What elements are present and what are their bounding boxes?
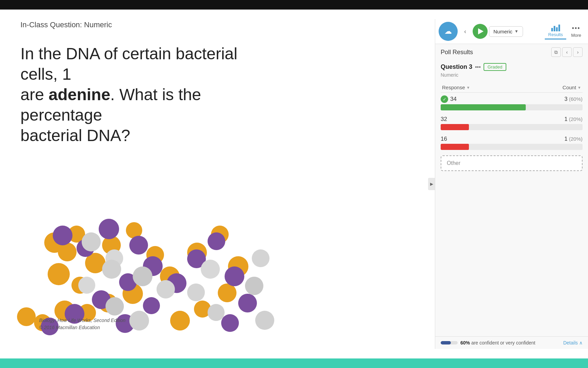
- question-type-dropdown[interactable]: Numeric ▼: [489, 26, 523, 37]
- cloud-button[interactable]: ☁: [439, 22, 458, 41]
- results-label: Results: [548, 32, 563, 37]
- other-label: Other: [447, 160, 460, 166]
- bar-fill-16: [441, 144, 469, 150]
- prev-slide-button[interactable]: ‹: [459, 25, 471, 37]
- confidence-bar-track: [441, 341, 458, 344]
- response-row-32: 32 1 (20%): [441, 116, 583, 130]
- confidence-suffix: are confident or very confident: [471, 340, 535, 346]
- correct-check-icon: ✓: [441, 95, 448, 103]
- panel-toolbar: ☁ ‹ Numeric ▼ Results: [435, 19, 588, 44]
- response-value-16: 16: [441, 136, 447, 142]
- citation-line1: Biology: How Life Works, Second Edition: [39, 317, 126, 324]
- response-value-34: 34: [450, 96, 457, 103]
- poll-title-row: Poll Results ⧉ ‹ ›: [435, 44, 588, 59]
- details-button[interactable]: Details ∧: [563, 340, 583, 346]
- count-column-header: Count ▼: [562, 85, 581, 90]
- more-dots-icon: •••: [572, 25, 581, 32]
- response-row-34: ✓ 34 3 (60%): [441, 95, 583, 110]
- count-sort-icon: ▼: [577, 86, 581, 90]
- graded-badge: Graded: [484, 63, 506, 71]
- response-sort-icon: ▼: [467, 86, 470, 90]
- other-box: Other: [441, 155, 583, 171]
- bottom-bar: [0, 358, 588, 368]
- bar-fill-34: [441, 104, 526, 110]
- question-line1: In the DNA of certain bacterial cells, 1: [20, 45, 238, 83]
- details-label: Details: [563, 340, 578, 346]
- cloud-icon: ☁: [444, 27, 452, 36]
- copy-icon: ⧉: [554, 49, 558, 55]
- question-header: Question 3 ••• Graded: [441, 63, 583, 71]
- slide-area: In-Class Question: Numeric In the DNA of…: [0, 10, 588, 358]
- panel-chevron-right-icon: ›: [577, 49, 579, 55]
- question-line3: bacterial DNA?: [20, 126, 130, 144]
- top-bar: [0, 0, 588, 10]
- panel-collapse-arrow[interactable]: ▶: [428, 178, 435, 190]
- more-button[interactable]: ••• More: [568, 24, 585, 39]
- panel-content: Question 3 ••• Graded Numeric Response ▼…: [435, 59, 588, 336]
- dropdown-label: Numeric: [493, 29, 512, 34]
- bar-fill-32: [441, 124, 469, 130]
- confidence-pct: 60%: [460, 340, 470, 346]
- response-column-header: Response ▼: [442, 85, 470, 90]
- count-16: 1: [565, 136, 569, 142]
- panel-nav-buttons: ⧉ ‹ ›: [551, 47, 583, 57]
- confidence-bar-fill: [441, 341, 451, 344]
- bar-chart-icon: [551, 25, 560, 31]
- play-button[interactable]: [473, 24, 488, 39]
- bar-track-32: [441, 124, 583, 130]
- count-34: 3: [565, 96, 569, 102]
- play-icon: [478, 28, 484, 34]
- chevron-down-icon: ▼: [514, 29, 519, 34]
- pct-16: (20%): [569, 136, 583, 142]
- chevron-up-icon: ∧: [579, 340, 583, 346]
- response-row-16: 16 1 (20%): [441, 136, 583, 150]
- question-line2: are adenine. What is the percentage: [20, 86, 201, 124]
- chevron-left-icon: ‹: [464, 28, 466, 35]
- slide-title: In-Class Question: Numeric: [20, 20, 112, 29]
- results-button[interactable]: Results: [545, 23, 566, 40]
- bar-track-16: [441, 144, 583, 150]
- poll-panel: ☁ ‹ Numeric ▼ Results: [435, 19, 588, 349]
- ellipsis-icon: •••: [475, 64, 481, 70]
- confidence-text: 60% are confident or very confident: [460, 340, 535, 346]
- question-menu-button[interactable]: •••: [475, 64, 481, 70]
- count-32: 1: [565, 116, 569, 122]
- confidence-row: 60% are confident or very confident Deta…: [435, 336, 588, 349]
- citation: Biology: How Life Works, Second Edition …: [39, 317, 126, 331]
- slide-question: In the DNA of certain bacterial cells, 1…: [20, 44, 276, 146]
- panel-chevron-left-icon: ‹: [566, 49, 568, 55]
- results-table-header: Response ▼ Count ▼: [441, 82, 583, 93]
- copy-button[interactable]: ⧉: [551, 47, 561, 57]
- panel-prev-button[interactable]: ‹: [562, 47, 572, 57]
- panel-next-button[interactable]: ›: [573, 47, 583, 57]
- question-number: Question 3: [441, 63, 472, 71]
- more-label: More: [571, 33, 581, 38]
- poll-results-title: Poll Results: [441, 49, 473, 56]
- bar-track-34: [441, 104, 583, 110]
- question-type: Numeric: [441, 72, 583, 78]
- citation-line2: © 2016 Macmillan Education: [39, 324, 126, 331]
- pct-32: (20%): [569, 116, 583, 122]
- pct-34: (60%): [569, 96, 583, 102]
- response-value-32: 32: [441, 116, 447, 123]
